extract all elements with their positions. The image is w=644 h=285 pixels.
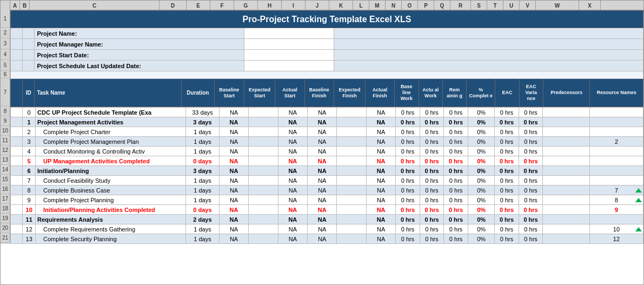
col-O[interactable]: O bbox=[402, 1, 418, 10]
row-num-8: 8 bbox=[1, 107, 10, 116]
row-num-7: 7 bbox=[1, 78, 10, 107]
col-H[interactable]: H bbox=[258, 1, 282, 10]
r19-eac: 0 hrs bbox=[495, 215, 519, 224]
r12-aw: 0 hrs bbox=[420, 147, 444, 156]
r17-pred bbox=[543, 195, 590, 205]
r21-pred bbox=[543, 234, 590, 244]
r14-dur: 3 days bbox=[186, 166, 220, 176]
r19-dur: 2 days bbox=[186, 215, 220, 224]
r13-a bbox=[11, 156, 23, 166]
col-F[interactable]: F bbox=[210, 1, 234, 10]
r20-es bbox=[249, 224, 278, 234]
r15-pred bbox=[543, 176, 590, 185]
updated-date-input[interactable] bbox=[244, 61, 334, 71]
r17-bf: NA bbox=[308, 195, 337, 205]
r16-aw: 0 hrs bbox=[420, 185, 444, 195]
r11-id: 3 bbox=[23, 137, 36, 147]
project-name-input[interactable] bbox=[244, 28, 334, 39]
r10-pct: 0% bbox=[468, 127, 494, 137]
r16-bs: NA bbox=[219, 185, 248, 195]
row-num-11: 11 bbox=[1, 136, 10, 145]
r15-id: 7 bbox=[23, 176, 36, 185]
col-T[interactable]: T bbox=[487, 1, 503, 10]
r10-rem: 0 hrs bbox=[444, 127, 468, 137]
col-X[interactable]: X bbox=[579, 1, 601, 10]
r21-dur: 1 days bbox=[186, 234, 220, 244]
col-C[interactable]: C bbox=[30, 1, 160, 10]
r10-as: NA bbox=[278, 127, 307, 137]
project-manager-input[interactable] bbox=[244, 39, 334, 50]
r17-res: 8 bbox=[589, 195, 643, 205]
col-B[interactable]: B bbox=[20, 1, 30, 10]
r11-eac: 0 hrs bbox=[495, 137, 519, 147]
col-S[interactable]: S bbox=[471, 1, 487, 10]
r13-pct: 0% bbox=[468, 156, 494, 166]
r9-res bbox=[589, 117, 643, 127]
col-V[interactable]: V bbox=[520, 1, 536, 10]
row-num-15: 15 bbox=[1, 175, 10, 184]
r12-rem: 0 hrs bbox=[444, 147, 468, 156]
r9-a bbox=[11, 117, 23, 127]
r14-af: NA bbox=[366, 166, 395, 176]
col-J[interactable]: J bbox=[306, 1, 329, 10]
r19-as: NA bbox=[278, 215, 307, 224]
r18-rem: 0 hrs bbox=[444, 205, 468, 215]
r12-dur: 1 days bbox=[186, 147, 220, 156]
col-K[interactable]: K bbox=[329, 1, 353, 10]
r15-eacv: 0 hrs bbox=[519, 176, 543, 185]
table-row: 12 Complete Requirements Gathering 1 day… bbox=[11, 224, 643, 234]
r17-eac: 0 hrs bbox=[495, 195, 519, 205]
r16-eac: 0 hrs bbox=[495, 185, 519, 195]
r19-rem: 0 hrs bbox=[444, 215, 468, 224]
r18-res: 9 bbox=[589, 205, 643, 215]
r20-pred bbox=[543, 224, 590, 234]
r19-a bbox=[11, 215, 23, 224]
header-expected-finish: Expected Finish bbox=[334, 79, 365, 107]
col-A[interactable]: A bbox=[10, 1, 20, 10]
r13-as: NA bbox=[278, 156, 307, 166]
empty-row-6 bbox=[11, 71, 643, 79]
col-G[interactable]: G bbox=[234, 1, 258, 10]
r12-eac: 0 hrs bbox=[495, 147, 519, 156]
col-U[interactable]: U bbox=[503, 1, 520, 10]
col-Q[interactable]: Q bbox=[434, 1, 450, 10]
col-I[interactable]: I bbox=[282, 1, 306, 10]
col-P[interactable]: P bbox=[418, 1, 434, 10]
col-R[interactable]: R bbox=[450, 1, 471, 10]
col-W[interactable]: W bbox=[536, 1, 579, 10]
header-a bbox=[11, 79, 23, 107]
r20-rem: 0 hrs bbox=[444, 224, 468, 234]
r12-es bbox=[249, 147, 278, 156]
r14-bs: NA bbox=[219, 166, 248, 176]
col-M[interactable]: M bbox=[369, 1, 386, 10]
start-date-input[interactable] bbox=[244, 50, 334, 61]
r12-bw: 0 hrs bbox=[396, 147, 420, 156]
r18-dur: 0 days bbox=[186, 205, 220, 215]
r20-pct: 0% bbox=[468, 224, 494, 234]
pm-a bbox=[11, 39, 23, 50]
r9-af: NA bbox=[366, 117, 395, 127]
r11-bf: NA bbox=[308, 137, 337, 147]
header-percent: % Complet e bbox=[467, 79, 495, 107]
r12-a bbox=[11, 147, 23, 156]
r14-pct: 0% bbox=[468, 166, 494, 176]
r14-aw: 0 hrs bbox=[420, 166, 444, 176]
r12-pct: 0% bbox=[468, 147, 494, 156]
r14-es bbox=[249, 166, 278, 176]
r11-ef bbox=[337, 137, 366, 147]
r19-bw: 0 hrs bbox=[396, 215, 420, 224]
r21-ef bbox=[337, 234, 366, 244]
sd-a bbox=[11, 50, 23, 61]
r13-bs: NA bbox=[219, 156, 248, 166]
main-table: Pro-Project Tracking Template Excel XLS … bbox=[10, 10, 643, 107]
r19-res bbox=[589, 215, 643, 224]
col-E[interactable]: E bbox=[187, 1, 210, 10]
r11-aw: 0 hrs bbox=[420, 137, 444, 147]
r19-aw: 0 hrs bbox=[420, 215, 444, 224]
col-L[interactable]: L bbox=[353, 1, 369, 10]
r18-aw: 0 hrs bbox=[420, 205, 444, 215]
r20-bw: 0 hrs bbox=[396, 224, 420, 234]
col-N[interactable]: N bbox=[386, 1, 402, 10]
col-D[interactable]: D bbox=[160, 1, 187, 10]
r10-aw: 0 hrs bbox=[420, 127, 444, 137]
